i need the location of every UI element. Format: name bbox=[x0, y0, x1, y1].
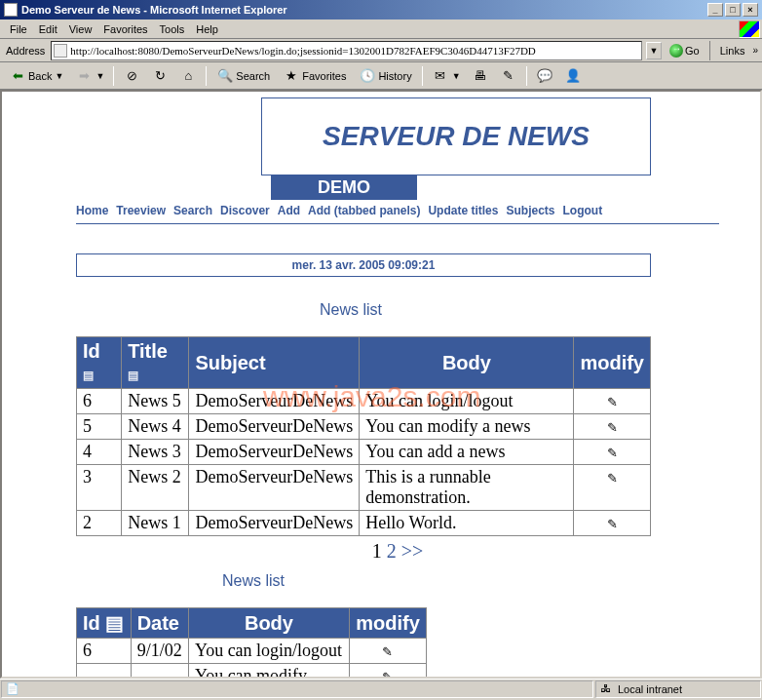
menu-view[interactable]: View bbox=[63, 21, 98, 37]
nav-update-titles[interactable]: Update titles bbox=[428, 204, 498, 217]
edit-icon: ✎ bbox=[500, 67, 517, 85]
list-title-1: News list bbox=[320, 301, 719, 319]
menu-help[interactable]: Help bbox=[190, 21, 224, 37]
pencil-icon[interactable]: ✎ bbox=[605, 395, 619, 408]
cell-body: You can add a news bbox=[360, 440, 574, 465]
list-title-2: News list bbox=[222, 572, 719, 590]
minimize-button[interactable]: _ bbox=[707, 3, 723, 17]
cell-modify: ✎ bbox=[349, 639, 426, 664]
app-icon bbox=[4, 3, 18, 17]
nav-add-tabbed[interactable]: Add (tabbed panels) bbox=[308, 204, 420, 217]
nav-treeview[interactable]: Treeview bbox=[116, 204, 166, 217]
back-button[interactable]: ⬅ Back ▼ bbox=[4, 65, 68, 87]
th2-id[interactable]: Id ▤ bbox=[77, 608, 132, 639]
content-area[interactable]: SERVEUR DE NEWS DEMO Home Treeview Searc… bbox=[0, 90, 762, 679]
page-icon bbox=[54, 44, 67, 58]
page-next-arrows[interactable]: >> bbox=[401, 540, 424, 562]
pencil-icon[interactable]: ✎ bbox=[605, 471, 619, 485]
go-icon bbox=[669, 44, 683, 58]
pencil-icon[interactable]: ✎ bbox=[381, 670, 395, 679]
th-subject[interactable]: Subject bbox=[189, 337, 360, 389]
cell-subject: DemoServeurDeNews bbox=[189, 511, 360, 536]
go-button[interactable]: Go bbox=[666, 44, 704, 58]
cell-subject: DemoServeurDeNews bbox=[189, 465, 360, 511]
nav-discover[interactable]: Discover bbox=[220, 204, 270, 217]
cell-id bbox=[77, 664, 132, 680]
history-button[interactable]: 🕓 History bbox=[354, 65, 416, 87]
nav-subjects[interactable]: Subjects bbox=[506, 204, 554, 217]
nav-search[interactable]: Search bbox=[173, 204, 212, 217]
pencil-icon[interactable]: ✎ bbox=[381, 644, 395, 658]
cell-id: 4 bbox=[77, 440, 122, 465]
menu-favorites[interactable]: Favorites bbox=[97, 21, 153, 37]
back-icon: ⬅ bbox=[9, 67, 26, 85]
close-button[interactable]: × bbox=[743, 3, 758, 17]
pagination: 1 2 >> bbox=[76, 540, 719, 563]
table-row: You can modify✎ bbox=[77, 664, 427, 680]
favorites-icon: ★ bbox=[283, 67, 300, 85]
sort-icon: ▤ bbox=[128, 369, 138, 382]
cell-modify: ✎ bbox=[574, 389, 651, 414]
nav-logout[interactable]: Logout bbox=[562, 204, 602, 217]
search-button[interactable]: 🔍 Search bbox=[211, 65, 275, 87]
statusbar: Local intranet bbox=[0, 679, 762, 698]
menu-tools[interactable]: Tools bbox=[154, 21, 191, 37]
favorites-label: Favorites bbox=[302, 70, 346, 82]
print-button[interactable]: 🖶 bbox=[468, 65, 493, 87]
pencil-icon[interactable]: ✎ bbox=[605, 420, 619, 434]
th-body[interactable]: Body bbox=[360, 337, 574, 389]
search-icon: 🔍 bbox=[216, 67, 234, 85]
refresh-button[interactable]: ↻ bbox=[147, 65, 172, 87]
table-row: 4News 3DemoServeurDeNewsYou can add a ne… bbox=[77, 440, 651, 465]
messenger-button[interactable]: 👤 bbox=[560, 65, 586, 87]
pencil-icon[interactable]: ✎ bbox=[605, 517, 619, 530]
address-input[interactable] bbox=[70, 45, 639, 57]
cell-title: News 4 bbox=[122, 414, 189, 440]
status-left bbox=[1, 681, 593, 698]
forward-button[interactable]: ➡ ▼ bbox=[71, 65, 108, 87]
discuss-icon: 💬 bbox=[536, 67, 553, 85]
table-row: 69/1/02You can login/logout✎ bbox=[77, 639, 427, 664]
menu-edit[interactable]: Edit bbox=[33, 21, 63, 37]
nav-add[interactable]: Add bbox=[278, 204, 300, 217]
banner: SERVEUR DE NEWS bbox=[261, 97, 651, 175]
pencil-icon[interactable]: ✎ bbox=[605, 446, 619, 459]
mail-button[interactable]: ✉ ▼ bbox=[428, 65, 465, 87]
date-box: mer. 13 avr. 2005 09:09:21 bbox=[76, 253, 651, 277]
menu-file[interactable]: File bbox=[4, 21, 33, 37]
window-title: Demo Serveur de News - Microsoft Interne… bbox=[21, 4, 287, 16]
forward-icon: ➡ bbox=[75, 67, 93, 85]
th2-body[interactable]: Body bbox=[188, 608, 349, 639]
done-icon bbox=[6, 682, 19, 696]
page-nav: Home Treeview Search Discover Add Add (t… bbox=[76, 200, 719, 223]
address-dropdown-button[interactable]: ▼ bbox=[646, 42, 662, 59]
home-icon: ⌂ bbox=[179, 67, 197, 85]
messenger-icon: 👤 bbox=[564, 67, 582, 85]
sort-icon: ▤ bbox=[105, 612, 124, 634]
nav-home[interactable]: Home bbox=[76, 204, 108, 217]
cell-body: This is a runnable demonstration. bbox=[360, 465, 574, 511]
page-current: 1 bbox=[372, 540, 382, 562]
cell-body: You can modify bbox=[188, 664, 349, 680]
th-modify[interactable]: modify bbox=[574, 337, 651, 389]
forward-dropdown-icon: ▼ bbox=[95, 71, 104, 81]
links-chevron-icon[interactable]: » bbox=[752, 45, 758, 56]
home-button[interactable]: ⌂ bbox=[175, 65, 201, 87]
th-title[interactable]: Title ▤ bbox=[122, 337, 189, 389]
table-row: 2News 1DemoServeurDeNewsHello World.✎ bbox=[77, 511, 651, 536]
page-link-2[interactable]: 2 bbox=[387, 540, 397, 562]
edit-button[interactable]: ✎ bbox=[496, 65, 521, 87]
th2-modify[interactable]: modify bbox=[349, 608, 426, 639]
stop-button[interactable]: ⊘ bbox=[119, 65, 144, 87]
cell-date: 9/1/02 bbox=[131, 639, 188, 664]
search-label: Search bbox=[236, 70, 270, 82]
th-id[interactable]: Id ▤ bbox=[77, 337, 122, 389]
cell-title: News 3 bbox=[122, 440, 189, 465]
banner-text: SERVEUR DE NEWS bbox=[323, 121, 590, 152]
favorites-button[interactable]: ★ Favorites bbox=[278, 65, 351, 87]
discuss-button[interactable]: 💬 bbox=[532, 65, 557, 87]
th2-date[interactable]: Date bbox=[131, 608, 188, 639]
maximize-button[interactable]: □ bbox=[725, 3, 741, 17]
links-label[interactable]: Links bbox=[716, 45, 749, 57]
menubar: File Edit View Favorites Tools Help bbox=[0, 19, 762, 39]
